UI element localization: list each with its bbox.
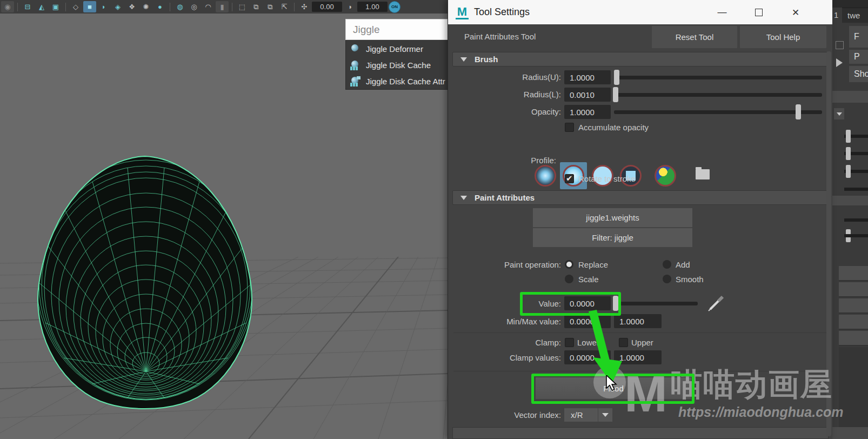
search-results-menu: Jiggle Deformer Jiggle Disk Cache Jiggle… bbox=[345, 40, 449, 90]
wireframe-cube-icon[interactable]: ◇ bbox=[69, 1, 82, 12]
clamp-max-field[interactable]: 1.0000 bbox=[614, 350, 662, 364]
selection-mask-icon[interactable]: ◉ bbox=[1, 1, 14, 12]
textured-cube-icon[interactable]: ◈ bbox=[111, 1, 124, 12]
min-value-field[interactable]: 0.0000 bbox=[564, 314, 611, 328]
select-region-icon[interactable]: ⬚ bbox=[236, 1, 249, 12]
list-row[interactable] bbox=[839, 331, 868, 346]
maximize-button[interactable] bbox=[751, 5, 767, 20]
toolbar-separator bbox=[17, 3, 18, 11]
shaded-cube-icon[interactable]: ■ bbox=[83, 1, 96, 12]
tool-help-button[interactable]: Tool Help bbox=[740, 26, 826, 48]
radius-l-field[interactable]: 0.0010 bbox=[564, 88, 611, 102]
eyedropper-icon[interactable] bbox=[706, 295, 725, 313]
radio-add[interactable] bbox=[663, 260, 671, 269]
shadows-icon[interactable]: ● bbox=[153, 1, 166, 12]
slider-handle[interactable] bbox=[846, 147, 851, 160]
accumulate-opacity-checkbox[interactable] bbox=[565, 123, 574, 132]
clamp-min-field[interactable]: 0.0000 bbox=[564, 350, 611, 364]
dropdown-arrow-icon[interactable] bbox=[598, 408, 612, 422]
xray-icon[interactable]: ◎ bbox=[188, 1, 201, 12]
vector-index-dropdown[interactable]: x/R bbox=[564, 408, 598, 422]
maya-application: ◉ ⊟ ◭ ▣ ◇ ■ ◗ ◈ ❖ ✺ ● ◍ ◎ ◠ ▮ ⬚ ⧉ ⧉ ⇱ ✣ … bbox=[0, 0, 868, 439]
profile-image-icon[interactable] bbox=[655, 165, 676, 187]
paint-operation-label: Paint operation: bbox=[453, 260, 561, 269]
gamma-icon[interactable]: ◑ bbox=[343, 1, 356, 12]
clamp-lower-checkbox[interactable] bbox=[565, 338, 574, 347]
opacity-field[interactable]: 1.0000 bbox=[564, 105, 611, 119]
exposure-field[interactable]: 0.00 bbox=[312, 2, 342, 12]
opacity-slider-handle[interactable] bbox=[796, 104, 801, 119]
list-row[interactable] bbox=[839, 282, 868, 297]
tab-tweak-node[interactable]: twe bbox=[842, 8, 868, 23]
exposure-icon[interactable]: ✣ bbox=[298, 1, 311, 12]
shaded-sphere-icon[interactable]: ◗ bbox=[97, 1, 110, 12]
list-row[interactable] bbox=[839, 315, 868, 330]
tool-name-label: Paint Attributes Tool bbox=[464, 32, 536, 41]
snapshot-back-icon[interactable]: ⧉ bbox=[264, 1, 277, 12]
clamp-upper-checkbox[interactable] bbox=[619, 338, 628, 347]
scrollbar[interactable] bbox=[826, 51, 831, 436]
slider-handle[interactable] bbox=[846, 165, 851, 178]
radius-l-slider[interactable] bbox=[614, 93, 822, 97]
reset-tool-button[interactable]: Reset Tool bbox=[652, 26, 737, 48]
jiggle-search-popup: Jiggle Jiggle Deformer Jiggle Disk Cache… bbox=[345, 19, 449, 90]
radio-scale[interactable] bbox=[565, 275, 573, 283]
checker-sphere-icon[interactable]: ❖ bbox=[125, 1, 138, 12]
use-lights-icon[interactable]: ✺ bbox=[139, 1, 152, 12]
motion-blur-icon[interactable]: ◍ bbox=[173, 1, 186, 12]
menu-item-jiggle-disk-cache[interactable]: Jiggle Disk Cache bbox=[346, 57, 448, 73]
menu-item-jiggle-deformer[interactable]: Jiggle Deformer bbox=[346, 41, 448, 57]
radius-l-slider-handle[interactable] bbox=[613, 87, 618, 102]
radius-u-field[interactable]: 1.0000 bbox=[564, 70, 611, 84]
maya-logo-icon: M bbox=[456, 5, 469, 19]
component-mode-icon[interactable]: ▣ bbox=[49, 1, 62, 12]
collapse-arrow-icon bbox=[460, 57, 467, 62]
search-input[interactable]: Jiggle bbox=[345, 19, 449, 40]
vector-index-label: Vector index: bbox=[453, 410, 561, 420]
collapsed-section-header[interactable] bbox=[452, 427, 829, 439]
dropdown-arrow-icon[interactable] bbox=[834, 108, 844, 119]
isolate-icon[interactable]: ▮ bbox=[216, 1, 229, 12]
show-hide-button[interactable]: Sho bbox=[849, 66, 868, 82]
brush-section-header[interactable]: Brush bbox=[452, 52, 829, 66]
slider[interactable] bbox=[844, 234, 868, 237]
hierarchy-mode-icon[interactable]: ⊟ bbox=[21, 1, 34, 12]
slider[interactable] bbox=[844, 218, 868, 222]
attribute-weights-button[interactable]: jiggle1.weights bbox=[533, 208, 692, 228]
value-slider[interactable] bbox=[616, 302, 698, 305]
rotate-to-stroke-checkbox[interactable] bbox=[565, 174, 574, 183]
jiggle-disk-cache-attr-icon bbox=[350, 76, 360, 87]
radio-replace[interactable] bbox=[565, 260, 573, 269]
radio-smooth[interactable] bbox=[663, 275, 671, 283]
view-transform-toggle[interactable]: ON bbox=[389, 1, 400, 13]
expand-arrow-icon[interactable] bbox=[836, 58, 843, 67]
radius-u-slider[interactable] bbox=[614, 76, 822, 79]
menu-item-jiggle-disk-cache-attr[interactable]: Jiggle Disk Cache Attr bbox=[346, 73, 448, 89]
profile-gaussian-icon[interactable] bbox=[535, 165, 556, 187]
gamma-field[interactable]: 1.00 bbox=[357, 2, 388, 12]
slider-handle[interactable] bbox=[846, 130, 851, 143]
focus-button[interactable]: F bbox=[849, 26, 868, 48]
toolbar-separator bbox=[232, 3, 232, 11]
radius-l-label: Radius(L): bbox=[453, 90, 561, 99]
list-row[interactable] bbox=[839, 298, 868, 314]
hidden-checkbox[interactable] bbox=[836, 41, 844, 49]
opacity-slider[interactable] bbox=[614, 110, 822, 114]
max-value-field[interactable]: 1.0000 bbox=[614, 314, 662, 328]
presets-button[interactable]: P bbox=[849, 50, 868, 64]
attribute-filter-button[interactable]: Filter: jiggle bbox=[533, 228, 692, 247]
turntable-icon[interactable]: ◠ bbox=[202, 1, 215, 12]
browse-folder-icon[interactable] bbox=[696, 169, 710, 179]
window-titlebar[interactable]: M Tool Settings — ✕ bbox=[448, 0, 832, 24]
minimize-button[interactable]: — bbox=[714, 5, 730, 20]
wireframe-egg-mesh bbox=[36, 156, 256, 409]
screen-capture-icon[interactable]: ⇱ bbox=[278, 1, 291, 12]
list-row[interactable] bbox=[839, 266, 868, 281]
slider[interactable] bbox=[844, 188, 868, 191]
paint-attributes-section-header[interactable]: Paint Attributes bbox=[452, 190, 829, 205]
radius-u-slider-handle[interactable] bbox=[614, 70, 619, 85]
snapshot-front-icon[interactable]: ⧉ bbox=[250, 1, 263, 12]
object-mode-icon[interactable]: ◭ bbox=[35, 1, 48, 12]
close-button[interactable]: ✕ bbox=[787, 5, 804, 20]
radius-u-label: Radius(U): bbox=[453, 72, 561, 82]
